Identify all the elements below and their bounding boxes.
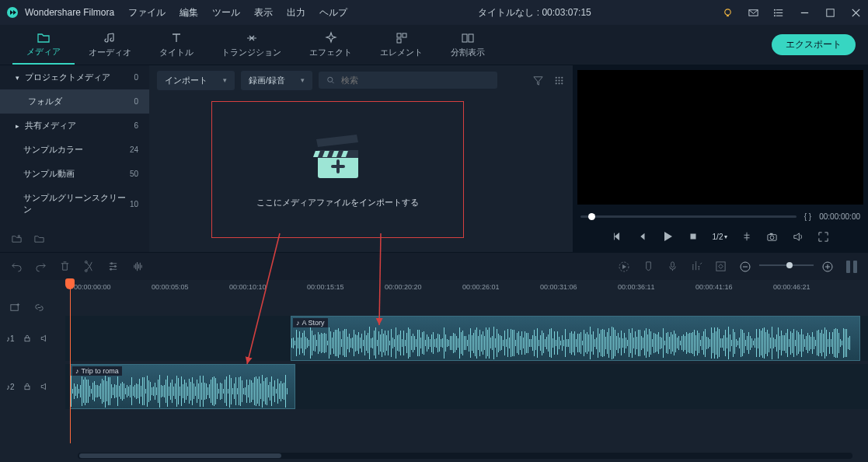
sidebar-item-project-media[interactable]: ▾プロジェクトメディア 0: [0, 65, 149, 89]
maximize-icon[interactable]: [824, 7, 836, 19]
export-button[interactable]: エクスポート: [772, 34, 856, 55]
chevron-down-icon: ▾: [14, 74, 20, 82]
search-input-wrap[interactable]: [319, 72, 497, 89]
keyframe-icon[interactable]: [715, 261, 727, 272]
voiceover-icon[interactable]: [667, 261, 678, 272]
sidebar-item-green-screen[interactable]: サンプルグリーンスクリーン 10: [0, 186, 149, 222]
sidebar-item-sample-video[interactable]: サンプル動画 50: [0, 162, 149, 186]
menu-output[interactable]: 出力: [287, 6, 305, 19]
tab-transition[interactable]: トランジション: [207, 25, 295, 65]
timeline-ruler[interactable]: 00:00:00:00 00:00:05:05 00:00:10:10 00:0…: [0, 280, 868, 299]
svg-point-15: [558, 76, 559, 78]
add-track-icon[interactable]: [9, 302, 21, 313]
audio-clip-a-story[interactable]: ♪A Story: [291, 316, 860, 361]
mute-icon[interactable]: [40, 382, 49, 391]
playhead[interactable]: [70, 280, 71, 443]
transition-icon: [245, 31, 259, 45]
mail-icon[interactable]: [748, 7, 759, 19]
snapshot-icon[interactable]: [766, 231, 778, 243]
track-lane[interactable]: ♪Trip to roma: [65, 364, 868, 409]
ruler-tick: 00:00:10:10: [229, 283, 267, 291]
playback-speed[interactable]: 1/2 ▾: [713, 233, 728, 241]
svg-rect-39: [671, 262, 675, 268]
import-dropdown[interactable]: インポート ▾: [157, 71, 235, 90]
scrollbar-thumb[interactable]: [79, 453, 281, 458]
tab-split[interactable]: 分割表示: [437, 25, 499, 65]
cut-marker-icon[interactable]: [741, 231, 752, 242]
fullscreen-icon[interactable]: [817, 231, 829, 243]
music-note-icon: ♪: [296, 319, 300, 327]
tab-label: トランジション: [221, 47, 281, 58]
folder-outline-icon[interactable]: [33, 233, 45, 244]
search-input[interactable]: [341, 75, 490, 85]
audio-clip-trip-to-roma[interactable]: ♪Trip to roma: [70, 364, 295, 409]
zoom-slider[interactable]: [759, 264, 814, 266]
svg-point-13: [328, 77, 333, 82]
sidebar-item-count: 10: [130, 200, 138, 208]
clip-title: A Story: [302, 319, 325, 327]
tab-audio[interactable]: オーディオ: [75, 25, 145, 65]
menu-view[interactable]: 表示: [254, 6, 273, 19]
preview-brackets: { }: [804, 212, 811, 221]
svg-point-14: [556, 76, 557, 78]
new-folder-icon[interactable]: [11, 233, 23, 244]
filter-icon[interactable]: [532, 75, 544, 86]
preview-seekbar[interactable]: [580, 215, 797, 218]
timeline-scrollbar[interactable]: [78, 453, 852, 459]
stop-icon[interactable]: [688, 231, 699, 242]
drop-zone-label: ここにメディアファイルをインポートする: [256, 197, 419, 208]
tab-media[interactable]: メディア: [12, 25, 75, 65]
svg-rect-9: [403, 33, 406, 37]
volume-icon[interactable]: [792, 231, 804, 243]
audio-mixer-icon[interactable]: [691, 261, 702, 272]
undo-icon[interactable]: [11, 261, 23, 272]
sidebar-item-label: プロジェクトメディア: [25, 72, 110, 83]
grid-view-icon[interactable]: [553, 75, 565, 86]
tab-title[interactable]: タイトル: [145, 25, 207, 65]
link-icon[interactable]: [33, 302, 45, 313]
render-icon[interactable]: [618, 261, 630, 273]
mute-icon[interactable]: [40, 334, 49, 343]
prev-frame-icon[interactable]: [612, 231, 622, 242]
tab-effect[interactable]: エフェクト: [295, 25, 366, 65]
sidebar-item-count: 50: [130, 170, 138, 178]
sidebar-item-count: 0: [134, 97, 138, 106]
zoom-in-icon[interactable]: [821, 261, 834, 273]
lock-icon[interactable]: [23, 382, 32, 391]
svg-point-31: [771, 236, 775, 240]
sidebar-item-shared-media[interactable]: ▸共有メディア 6: [0, 114, 149, 138]
redo-icon[interactable]: [35, 261, 47, 272]
adjust-icon[interactable]: [107, 261, 119, 272]
menu-edit[interactable]: 編集: [180, 6, 198, 19]
media-drop-zone[interactable]: ここにメディアファイルをインポートする: [211, 101, 464, 238]
play-icon[interactable]: [661, 230, 674, 243]
lightbulb-icon[interactable]: [722, 7, 734, 19]
sidebar-item-folder[interactable]: フォルダ 0: [0, 89, 149, 114]
audio-track-1: ♪1 ♪A Story: [0, 316, 868, 361]
step-back-icon[interactable]: [636, 231, 647, 242]
tab-element[interactable]: エレメント: [366, 25, 437, 65]
audio-waveform-icon[interactable]: [131, 261, 145, 272]
minimize-icon[interactable]: [799, 7, 810, 19]
zoom-fit-icon[interactable]: [846, 261, 857, 273]
preview-video[interactable]: [577, 70, 863, 205]
zoom-out-icon[interactable]: [739, 261, 751, 273]
sidebar-item-label: サンプルグリーンスクリーン: [23, 192, 130, 215]
track-lane[interactable]: ♪A Story: [65, 316, 868, 361]
sidebar-item-sample-color[interactable]: サンプルカラー 24: [0, 138, 149, 162]
svg-point-1: [725, 9, 731, 15]
lock-icon[interactable]: [23, 334, 32, 343]
split-clip-icon[interactable]: [83, 261, 95, 272]
svg-rect-44: [25, 338, 30, 341]
menu-help[interactable]: ヘルプ: [319, 6, 347, 19]
marker-add-icon[interactable]: [643, 261, 654, 272]
close-icon[interactable]: [850, 7, 862, 19]
delete-icon[interactable]: [59, 261, 71, 272]
ruler-tick: 00:00:46:21: [773, 283, 810, 291]
menu-file[interactable]: ファイル: [128, 6, 166, 19]
svg-rect-29: [690, 234, 695, 240]
list-icon[interactable]: [773, 7, 785, 19]
record-dropdown[interactable]: 録画/録音 ▾: [241, 71, 312, 90]
menu-tool[interactable]: ツール: [212, 6, 240, 19]
preview-panel: { } 00:00:00:00 1/2 ▾: [573, 65, 868, 252]
